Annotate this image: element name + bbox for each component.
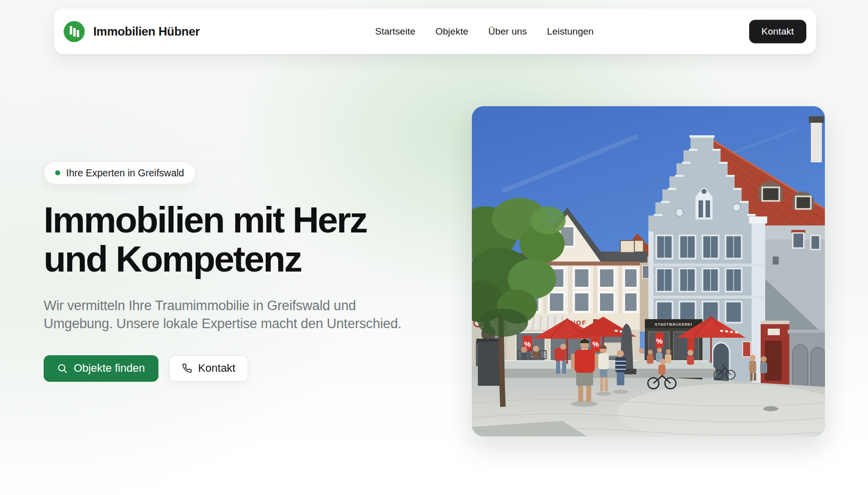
landing-page: Immobilien Hübner Startseite Objekte Übe… bbox=[0, 0, 868, 495]
brand[interactable]: Immobilien Hübner bbox=[64, 21, 200, 42]
search-icon bbox=[57, 363, 68, 374]
expert-badge: Ihre Experten in Greifswald bbox=[44, 161, 196, 184]
hero-section: Ihre Experten in Greifswald Immobilien m… bbox=[44, 161, 415, 382]
svg-text:%: % bbox=[592, 340, 599, 348]
bakery-sign: STADTBÄCKEREI bbox=[655, 322, 692, 327]
header-contact-button[interactable]: Kontakt bbox=[749, 20, 806, 43]
phone-icon bbox=[182, 363, 192, 373]
hero-subtitle-line2: Umgebung. Unsere lokale Expertise macht … bbox=[44, 315, 415, 333]
green-dot-icon bbox=[55, 170, 60, 175]
contact-button[interactable]: Kontakt bbox=[169, 355, 249, 382]
main-nav: Startseite Objekte Über uns Leistungen bbox=[375, 9, 594, 54]
expert-badge-label: Ihre Experten in Greifswald bbox=[66, 167, 184, 179]
hero-subtitle-line1: Wir vermitteln Ihre Traumimmobilie in Gr… bbox=[44, 297, 415, 315]
nav-item-ueber-uns[interactable]: Über uns bbox=[488, 26, 527, 37]
page-title-line2: und Kompetenz bbox=[44, 239, 415, 279]
page-title-line1: Immobilien mit Herz bbox=[44, 200, 415, 239]
page-title: Immobilien mit Herz und Kompetenz bbox=[44, 200, 415, 279]
hero-subtitle: Wir vermitteln Ihre Traumimmobilie in Gr… bbox=[44, 297, 415, 333]
nav-item-objekte[interactable]: Objekte bbox=[435, 26, 468, 37]
brand-name: Immobilien Hübner bbox=[93, 25, 200, 39]
hero-cta-row: Objekte finden Kontakt bbox=[44, 355, 415, 382]
right-buildings bbox=[761, 225, 825, 393]
hero-photo: STADTBÄCKEREI % bbox=[472, 106, 825, 436]
brand-logo-icon bbox=[64, 21, 85, 42]
hero-photo-illustration: STADTBÄCKEREI % bbox=[472, 106, 825, 436]
svg-text:%: % bbox=[524, 340, 531, 348]
nav-item-leistungen[interactable]: Leistungen bbox=[547, 26, 594, 37]
find-objects-button[interactable]: Objekte finden bbox=[44, 355, 158, 382]
nav-item-startseite[interactable]: Startseite bbox=[375, 26, 415, 37]
sale-poster-right: % bbox=[656, 337, 662, 345]
header-bar: Immobilien Hübner Startseite Objekte Übe… bbox=[54, 9, 816, 54]
